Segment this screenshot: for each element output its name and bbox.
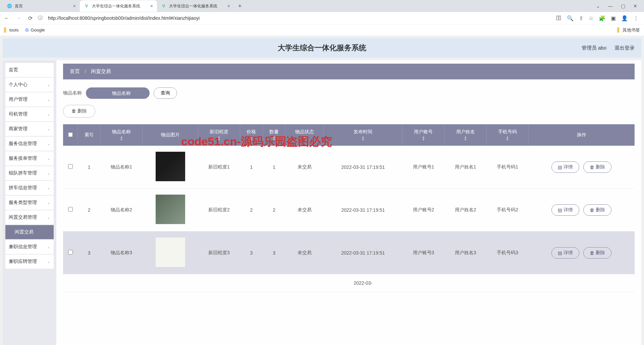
star-icon[interactable]: ☆	[589, 15, 593, 21]
chevron-down-icon[interactable]: ⌄	[596, 3, 600, 9]
sidebar-item[interactable]: 商家管理⌄	[5, 122, 54, 136]
table-header-cell[interactable]: 索引	[78, 124, 101, 146]
cell-time: 2022-03-31 17:19:51	[324, 146, 402, 189]
sidebar-item[interactable]: 服务类型管理⌄	[5, 196, 54, 210]
new-tab-button[interactable]: +	[234, 3, 246, 10]
cell-phone: 手机号码3	[486, 231, 528, 274]
cell-index: 3	[78, 231, 101, 274]
chevron-down-icon: ⌄	[47, 127, 50, 131]
sidebar-item[interactable]: 用户管理⌄	[5, 92, 54, 107]
bookmark-tools[interactable]: ▋ tools	[4, 27, 18, 32]
row-checkbox[interactable]	[68, 207, 73, 212]
query-button[interactable]: 查询	[154, 87, 177, 99]
breadcrumb: 首页 / 闲置交易	[63, 64, 635, 79]
sidebar-item[interactable]: 服务接单管理⌄	[5, 151, 54, 165]
cell-price: 1	[240, 146, 263, 189]
breadcrumb-sep: /	[85, 68, 86, 74]
bookmark-label: tools	[9, 27, 18, 32]
sidebar-item[interactable]: 闲置交易管理⌄	[5, 210, 54, 224]
detail-button[interactable]: ▤ 详情	[551, 247, 579, 259]
cell-image	[143, 146, 198, 189]
close-icon[interactable]: ×	[227, 3, 230, 9]
panel-icon[interactable]: ▣	[611, 15, 616, 21]
logout-button[interactable]: 退出登录	[614, 45, 635, 51]
row-delete-button[interactable]: 🗑 删除	[583, 161, 611, 173]
sidebar-item[interactable]: 个人中心⌄	[5, 78, 54, 92]
minimize-icon[interactable]: —	[608, 3, 613, 9]
table-header-cell[interactable]: 价格▲▼	[240, 124, 263, 146]
sidebar-item[interactable]: 闲置交易	[5, 225, 54, 239]
table-header-cell[interactable]	[63, 124, 78, 146]
browser-tab[interactable]: V 大学生综合一体化服务系统 ×	[157, 0, 234, 12]
table-header-cell[interactable]: 新旧程度▲▼	[198, 124, 240, 146]
table-header-cell[interactable]: 数量▲▼	[263, 124, 285, 146]
sidebar-item[interactable]: 组队拼车管理⌄	[5, 166, 54, 180]
row-delete-button[interactable]: 🗑 删除	[583, 204, 611, 216]
sidebar-item-label: 兼职应聘管理	[9, 259, 37, 265]
cell-condition: 新旧程度1	[198, 146, 240, 189]
close-icon[interactable]: ×	[150, 3, 153, 9]
detail-button[interactable]: ▤ 详情	[551, 161, 579, 173]
content: 首页 / 闲置交易 物品名称 ⌕ 查询 🗑 删除 索引物品名称▲▼物品图片新旧程…	[56, 60, 641, 345]
table-header-cell[interactable]: 用户账号▲▼	[402, 124, 444, 146]
sidebar-item[interactable]: 首页	[5, 63, 54, 77]
bookmark-google[interactable]: G Google	[25, 27, 45, 32]
table-header-cell[interactable]: 物品状态▲▼	[285, 124, 324, 146]
puzzle-icon[interactable]: 🧩	[599, 15, 605, 21]
close-icon[interactable]: ✕	[633, 3, 637, 9]
sidebar-item-label: 闲置交易	[15, 229, 34, 235]
info-icon[interactable]: ⓘ	[38, 15, 43, 21]
forward-icon[interactable]: →	[15, 15, 23, 21]
google-icon: G	[25, 27, 29, 32]
key-icon[interactable]: ⚿	[556, 15, 561, 21]
app-title: 大学生综合一体化服务系统	[278, 43, 366, 53]
search-input[interactable]	[92, 90, 151, 96]
tab-bar: 🌐 首页 × V 大学生综合一体化服务系统 × V 大学生综合一体化服务系统 ×…	[0, 0, 644, 12]
browser-tab[interactable]: V 大学生综合一体化服务系统 ×	[80, 0, 157, 12]
tab-title: 大学生综合一体化服务系统	[169, 3, 225, 9]
row-checkbox[interactable]	[68, 164, 73, 169]
table-header-cell[interactable]: 手机号码▲▼	[486, 124, 528, 146]
delete-button[interactable]: 🗑 删除	[63, 105, 95, 118]
breadcrumb-home[interactable]: 首页	[70, 68, 80, 74]
profile-icon[interactable]: 👤	[621, 15, 628, 21]
sidebar-item[interactable]: 拼车信息管理⌄	[5, 181, 54, 195]
cell-name: 物品名称2	[101, 189, 143, 231]
row-checkbox[interactable]	[68, 250, 73, 255]
table-row: 2 物品名称2 新旧程度2 2 2 未交易 2022-03-31 17:19:5…	[63, 189, 635, 231]
cell-time: 2022-03-31 17:19:51	[324, 189, 402, 231]
menu-icon[interactable]: ⋮	[633, 15, 639, 21]
share-icon[interactable]: ⇪	[579, 15, 583, 21]
folder-icon: ▋	[617, 27, 621, 32]
maximize-icon[interactable]: ▢	[621, 3, 625, 9]
sidebar-item[interactable]: 司机管理⌄	[5, 107, 54, 121]
chevron-down-icon: ⌄	[47, 200, 50, 205]
sort-icon: ▲▼	[103, 136, 140, 141]
trash-icon: 🗑	[590, 164, 594, 170]
bookmark-other[interactable]: ▋ 其他书签	[617, 27, 640, 33]
reload-icon[interactable]: ⟳	[27, 15, 34, 21]
admin-label[interactable]: 管理员 abo	[582, 45, 606, 51]
chevron-down-icon: ⌄	[47, 215, 50, 220]
table-header-cell[interactable]: 物品名称▲▼	[101, 124, 143, 146]
detail-button[interactable]: ▤ 详情	[551, 204, 579, 216]
sidebar-item[interactable]: 兼职应聘管理⌄	[5, 255, 54, 269]
search-icon[interactable]: 🔍	[567, 15, 574, 21]
table-header-row: 索引物品名称▲▼物品图片新旧程度▲▼价格▲▼数量▲▼物品状态▲▼发布时间▲▼用户…	[63, 124, 635, 146]
table-header-cell[interactable]: 用户姓名▲▼	[444, 124, 486, 146]
table-header-cell[interactable]: 发布时间▲▼	[324, 124, 402, 146]
url-input[interactable]	[47, 14, 552, 22]
sidebar-item[interactable]: 兼职信息管理⌄	[5, 240, 54, 254]
browser-tab[interactable]: 🌐 首页 ×	[3, 0, 80, 12]
close-icon[interactable]: ×	[73, 3, 76, 9]
row-delete-button[interactable]: 🗑 删除	[583, 247, 611, 259]
table-header-cell[interactable]: 操作	[529, 124, 635, 146]
cell-time: 2022-03-31 17:19:51	[324, 231, 402, 274]
select-all-checkbox[interactable]	[68, 132, 73, 137]
back-icon[interactable]: ←	[3, 15, 11, 21]
table-header-cell[interactable]: 物品图片	[143, 124, 198, 146]
doc-icon: ▤	[558, 164, 562, 170]
cell-account: 用户账号3	[402, 231, 444, 274]
sidebar-item[interactable]: 服务信息管理⌄	[5, 137, 54, 151]
cell-name: 物品名称3	[101, 231, 143, 274]
